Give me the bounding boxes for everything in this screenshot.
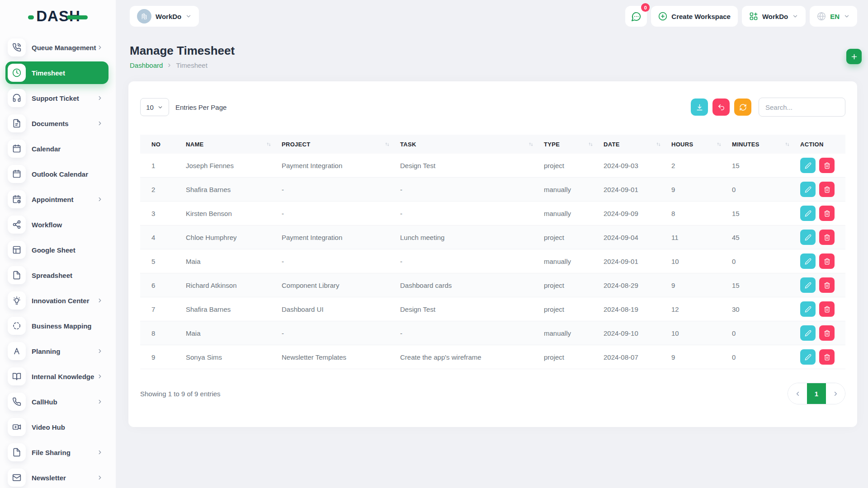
edit-button[interactable]: [800, 182, 816, 197]
delete-button[interactable]: [819, 325, 835, 341]
cell-project: -: [282, 258, 400, 265]
delete-button[interactable]: [819, 301, 835, 317]
globe-icon: [817, 12, 826, 21]
sidebar-item-internal-knowledge[interactable]: Internal Knowledge: [5, 365, 108, 388]
column-header-hours[interactable]: HOURS: [671, 141, 732, 148]
column-header-type[interactable]: TYPE: [544, 141, 604, 148]
cell-hours: 8: [671, 210, 732, 217]
delete-button[interactable]: [819, 349, 835, 365]
language-selector[interactable]: EN: [810, 6, 857, 27]
delete-button[interactable]: [819, 158, 835, 173]
sidebar-item-file-sharing[interactable]: File Sharing: [5, 441, 108, 464]
chevron-right-icon: [97, 95, 103, 101]
entries-per-page-select[interactable]: 10: [140, 98, 169, 116]
entries-per-page-value: 10: [146, 103, 154, 111]
delete-button[interactable]: [819, 253, 835, 269]
logo-green-dot: [28, 15, 34, 19]
sort-icon: [784, 141, 790, 147]
entries-summary: Showing 1 to 9 of 9 entries: [140, 390, 221, 398]
delete-button[interactable]: [819, 206, 835, 221]
column-header-name[interactable]: NAME: [186, 141, 282, 148]
cell-type: project: [544, 162, 604, 169]
sidebar-item-calendar[interactable]: Calendar: [5, 137, 108, 160]
edit-button[interactable]: [800, 349, 816, 365]
export-button[interactable]: [691, 99, 708, 116]
sidebar-item-business-mapping[interactable]: Business Mapping: [5, 314, 108, 337]
lightbulb-icon: [8, 291, 26, 310]
sidebar-item-appointment[interactable]: Appointment: [5, 188, 108, 211]
messages-button[interactable]: 0: [625, 6, 647, 27]
delete-button[interactable]: [819, 182, 835, 197]
delete-button[interactable]: [819, 277, 835, 293]
topbar: WorkDo 0 Create Workspace WorkDo EN: [116, 0, 868, 33]
workspace-selector[interactable]: WorkDo: [130, 6, 199, 27]
entries-per-page-label: Entries Per Page: [175, 103, 226, 111]
cell-no: 5: [140, 258, 186, 265]
cell-no: 3: [140, 210, 186, 217]
topbar-right: 0 Create Workspace WorkDo EN: [625, 6, 857, 27]
column-header-project[interactable]: PROJECT: [282, 141, 400, 148]
trash-icon: [824, 186, 830, 193]
cell-action: [800, 325, 845, 341]
edit-button[interactable]: [800, 277, 816, 293]
edit-button[interactable]: [800, 230, 816, 245]
cell-action: [800, 301, 845, 317]
breadcrumb-dashboard-link[interactable]: Dashboard: [130, 61, 163, 69]
refresh-button[interactable]: [734, 99, 751, 116]
sidebar-item-workflow[interactable]: Workflow: [5, 213, 108, 236]
sidebar-item-queue-management[interactable]: Queue Management: [5, 36, 108, 59]
undo-button[interactable]: [712, 99, 730, 116]
sort-icon: [716, 141, 722, 147]
edit-button[interactable]: [800, 325, 816, 341]
sidebar-item-timesheet[interactable]: Timesheet: [5, 61, 108, 84]
plus-icon: [850, 53, 858, 61]
trash-icon: [824, 282, 830, 289]
column-header-task[interactable]: TASK: [400, 141, 544, 148]
sidebar-item-video-hub[interactable]: Video Hub: [5, 416, 108, 438]
sidebar-item-outlook-calendar[interactable]: Outlook Calendar: [5, 163, 108, 185]
cell-no: 9: [140, 353, 186, 361]
next-page-button[interactable]: [826, 383, 845, 404]
chevron-right-icon: [832, 390, 839, 397]
sidebar-item-google-sheet[interactable]: Google Sheet: [5, 239, 108, 261]
edit-button[interactable]: [800, 301, 816, 317]
sidebar-item-planning[interactable]: Planning: [5, 340, 108, 362]
file-icon: [8, 443, 26, 461]
cell-action: [800, 182, 845, 197]
page-1-button[interactable]: 1: [807, 383, 826, 404]
sidebar-item-callhub[interactable]: CallHub: [5, 390, 108, 413]
sidebar-item-support-ticket[interactable]: Support Ticket: [5, 87, 108, 109]
sidebar-item-innovation-center[interactable]: Innovation Center: [5, 289, 108, 312]
sidebar-item-documents[interactable]: Documents: [5, 112, 108, 135]
sidebar-item-spreadsheet[interactable]: Spreadsheet: [5, 264, 108, 286]
search-input[interactable]: [759, 98, 845, 117]
chevron-right-icon: [166, 62, 172, 68]
sidebar-item-newsletter[interactable]: Newsletter: [5, 466, 108, 488]
cell-minutes: 15: [732, 210, 800, 217]
delete-button[interactable]: [819, 230, 835, 245]
previous-page-button[interactable]: [788, 383, 807, 404]
create-workspace-label: Create Workspace: [671, 13, 731, 20]
calendar-clock-icon: [8, 190, 26, 208]
edit-button[interactable]: [800, 158, 816, 173]
cell-project: Dashboard UI: [282, 305, 400, 313]
dashed-circle-icon: [8, 317, 26, 335]
app-dropdown[interactable]: WorkDo: [742, 6, 806, 27]
pencil-icon: [805, 186, 811, 193]
cell-minutes: 0: [732, 353, 800, 361]
edit-button[interactable]: [800, 206, 816, 221]
add-timesheet-button[interactable]: [846, 49, 862, 64]
sidebar-nav: Queue ManagementTimesheetSupport TicketD…: [0, 33, 116, 488]
column-header-date[interactable]: DATE: [604, 141, 671, 148]
document-icon: [8, 114, 26, 132]
download-icon: [696, 103, 703, 111]
cell-hours: 12: [671, 305, 732, 313]
cell-hours: 10: [671, 258, 732, 265]
column-header-minutes[interactable]: MINUTES: [732, 141, 800, 148]
sort-icon: [266, 141, 272, 147]
cell-no: 6: [140, 282, 186, 289]
create-workspace-button[interactable]: Create Workspace: [651, 6, 738, 27]
edit-button[interactable]: [800, 253, 816, 269]
table-toolbar: 10 Entries Per Page: [140, 98, 845, 117]
chevron-right-icon: [97, 348, 103, 354]
